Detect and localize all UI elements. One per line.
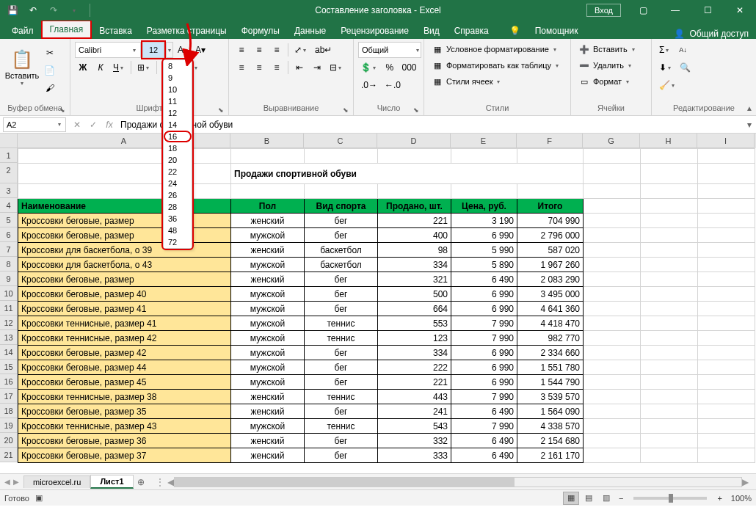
- cell[interactable]: Кроссовки беговые, размер: [18, 228, 231, 243]
- macro-record-icon[interactable]: ▣: [35, 493, 43, 503]
- cell[interactable]: [305, 149, 378, 164]
- tab-data[interactable]: Данные: [287, 23, 333, 39]
- cell[interactable]: [641, 375, 698, 390]
- close-icon[interactable]: ✕: [724, 0, 756, 21]
- cell[interactable]: [641, 228, 698, 243]
- cell[interactable]: Вид спорта: [305, 199, 378, 214]
- zoom-slider[interactable]: [633, 497, 707, 500]
- font-size-option[interactable]: 14: [164, 119, 192, 131]
- cell[interactable]: 543: [378, 419, 451, 434]
- clear-icon[interactable]: 🧹▾: [656, 77, 679, 93]
- row-header[interactable]: 4: [0, 198, 18, 213]
- fill-icon[interactable]: ⬇▾: [656, 59, 675, 76]
- row-header[interactable]: 9: [0, 272, 18, 286]
- cell[interactable]: 6 490: [451, 272, 517, 287]
- cell[interactable]: Цена, руб.: [451, 199, 517, 214]
- qat-dropdown-icon[interactable]: ▾: [66, 2, 82, 18]
- cell[interactable]: мужской: [231, 360, 305, 375]
- cell[interactable]: 6 990: [451, 302, 517, 316]
- cell[interactable]: мужской: [231, 287, 305, 302]
- cell[interactable]: [451, 184, 517, 199]
- cell[interactable]: 7 990: [451, 331, 517, 346]
- border-icon[interactable]: ⊞▾: [134, 59, 153, 76]
- fx-icon[interactable]: fx: [101, 117, 117, 133]
- cell[interactable]: [584, 375, 641, 390]
- normal-view-icon[interactable]: ▦: [563, 492, 579, 505]
- increase-font-icon[interactable]: A▴: [175, 42, 191, 58]
- column-header[interactable]: D: [377, 134, 451, 148]
- cell[interactable]: мужской: [231, 375, 305, 390]
- scroll-left-icon[interactable]: ◀: [167, 477, 174, 487]
- cell[interactable]: 6 490: [451, 404, 517, 419]
- font-size-option[interactable]: 16: [164, 131, 192, 142]
- cell[interactable]: Кроссовки теннисные, размер 43: [18, 419, 231, 434]
- cell[interactable]: Кроссовки беговые, размер 42: [18, 346, 231, 360]
- cell[interactable]: [584, 316, 641, 331]
- row-header[interactable]: 6: [0, 227, 18, 242]
- number-format-combo[interactable]: ▾: [358, 42, 421, 58]
- cell[interactable]: женский: [231, 404, 305, 419]
- font-size-option[interactable]: 10: [164, 84, 192, 95]
- cell[interactable]: 7 990: [451, 316, 517, 331]
- font-size-option[interactable]: 11: [164, 95, 192, 107]
- cell[interactable]: Кроссовки беговые, размер 40: [18, 287, 231, 302]
- cell[interactable]: 6 990: [451, 287, 517, 302]
- cell[interactable]: Кроссовки для баскетбола, о 43: [18, 258, 231, 272]
- cell[interactable]: Итого: [517, 199, 584, 214]
- cell[interactable]: мужской: [231, 316, 305, 331]
- cell[interactable]: [378, 149, 451, 164]
- cell[interactable]: мужской: [231, 331, 305, 346]
- cell[interactable]: 443: [378, 390, 451, 404]
- cell[interactable]: [584, 214, 641, 228]
- enter-icon[interactable]: ✓: [85, 117, 101, 133]
- cell[interactable]: Пол: [231, 199, 305, 214]
- tab-formulas[interactable]: Формулы: [234, 23, 287, 39]
- cell[interactable]: [698, 149, 755, 164]
- row-header[interactable]: 8: [0, 257, 18, 272]
- cell[interactable]: мужской: [231, 228, 305, 243]
- cell[interactable]: баскетбол: [305, 243, 378, 258]
- cell[interactable]: 221: [378, 375, 451, 390]
- column-header[interactable]: F: [517, 134, 583, 148]
- cell[interactable]: [698, 404, 755, 419]
- font-size-option[interactable]: 24: [164, 178, 192, 189]
- cell[interactable]: [698, 258, 755, 272]
- cell[interactable]: бег: [305, 346, 378, 360]
- row-header[interactable]: 10: [0, 286, 18, 301]
- cell[interactable]: бег: [305, 448, 378, 463]
- cell[interactable]: женский: [231, 272, 305, 287]
- cell[interactable]: 4 338 570: [517, 419, 584, 434]
- wrap-text-icon[interactable]: ab↵: [312, 42, 335, 58]
- cell[interactable]: Кроссовки теннисные, размер 42: [18, 331, 231, 346]
- cell[interactable]: 4 641 360: [517, 302, 584, 316]
- row-header[interactable]: 14: [0, 345, 18, 360]
- cell[interactable]: 332: [378, 434, 451, 448]
- cell[interactable]: 6 490: [451, 434, 517, 448]
- cell[interactable]: [517, 184, 584, 199]
- cell[interactable]: [698, 419, 755, 434]
- bold-button[interactable]: Ж: [75, 59, 91, 76]
- cell[interactable]: мужской: [231, 302, 305, 316]
- cell[interactable]: Кроссовки беговые, размер 44: [18, 360, 231, 375]
- assistant-label[interactable]: Помощник: [528, 23, 586, 39]
- cell[interactable]: [517, 149, 584, 164]
- cell[interactable]: 334: [378, 258, 451, 272]
- cell[interactable]: 2 161 170: [517, 448, 584, 463]
- cell[interactable]: [698, 302, 755, 316]
- row-header[interactable]: 18: [0, 404, 18, 418]
- name-box[interactable]: A2▾: [3, 117, 66, 132]
- cell[interactable]: мужской: [231, 258, 305, 272]
- row-header[interactable]: 1: [0, 148, 18, 163]
- font-size-option[interactable]: 26: [164, 189, 192, 201]
- increase-indent-icon[interactable]: ⇥: [309, 59, 325, 76]
- cell[interactable]: 2 334 660: [517, 346, 584, 360]
- tell-me-icon[interactable]: 💡: [502, 23, 528, 39]
- cell[interactable]: [584, 258, 641, 272]
- font-size-option[interactable]: 22: [164, 166, 192, 178]
- cell[interactable]: [698, 316, 755, 331]
- cell[interactable]: [698, 243, 755, 258]
- cell[interactable]: [584, 287, 641, 302]
- tab-help[interactable]: Справка: [447, 23, 496, 39]
- cell[interactable]: Кроссовки для баскетбола, о 39: [18, 243, 231, 258]
- sheet-tab[interactable]: Лист1: [90, 475, 133, 489]
